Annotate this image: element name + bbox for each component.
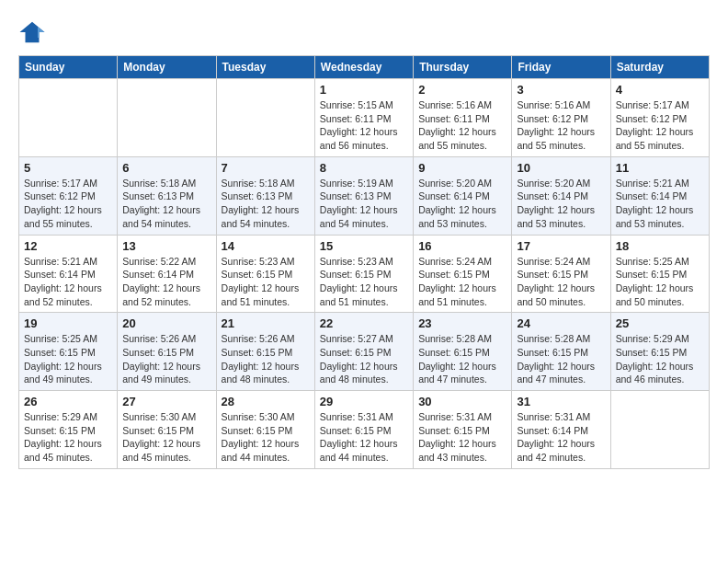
calendar-cell: 2Sunrise: 5:16 AM Sunset: 6:11 PM Daylig… — [414, 79, 512, 157]
calendar-cell — [19, 79, 118, 157]
day-info: Sunrise: 5:18 AM Sunset: 6:13 PM Dayligh… — [222, 177, 310, 231]
day-number: 29 — [320, 395, 408, 408]
weekday-header-sunday: Sunday — [19, 56, 118, 79]
day-info: Sunrise: 5:18 AM Sunset: 6:13 PM Dayligh… — [122, 177, 210, 231]
calendar-week-row: 19Sunrise: 5:25 AM Sunset: 6:15 PM Dayli… — [19, 313, 710, 391]
calendar-cell: 21Sunrise: 5:26 AM Sunset: 6:15 PM Dayli… — [216, 313, 314, 391]
day-number: 9 — [418, 161, 506, 175]
day-number: 1 — [320, 83, 408, 97]
day-info: Sunrise: 5:19 AM Sunset: 6:13 PM Dayligh… — [320, 177, 408, 231]
day-info: Sunrise: 5:29 AM Sunset: 6:15 PM Dayligh… — [24, 410, 112, 465]
day-number: 15 — [320, 239, 408, 253]
svg-marker-1 — [38, 27, 45, 38]
calendar-cell — [610, 391, 709, 469]
day-number: 6 — [122, 161, 210, 175]
day-info: Sunrise: 5:28 AM Sunset: 6:15 PM Dayligh… — [418, 332, 506, 386]
calendar-cell: 18Sunrise: 5:25 AM Sunset: 6:15 PM Dayli… — [610, 235, 709, 313]
day-info: Sunrise: 5:25 AM Sunset: 6:15 PM Dayligh… — [24, 332, 112, 386]
calendar-cell: 25Sunrise: 5:29 AM Sunset: 6:15 PM Dayli… — [610, 313, 709, 391]
day-info: Sunrise: 5:29 AM Sunset: 6:15 PM Dayligh… — [616, 332, 704, 386]
calendar-cell: 24Sunrise: 5:28 AM Sunset: 6:15 PM Dayli… — [512, 313, 610, 391]
day-number: 12 — [24, 239, 112, 253]
day-info: Sunrise: 5:23 AM Sunset: 6:15 PM Dayligh… — [320, 255, 408, 309]
day-number: 8 — [320, 161, 408, 175]
calendar-cell: 27Sunrise: 5:30 AM Sunset: 6:15 PM Dayli… — [118, 391, 216, 469]
calendar-cell — [216, 79, 314, 157]
day-info: Sunrise: 5:26 AM Sunset: 6:15 PM Dayligh… — [122, 332, 210, 386]
calendar-cell: 16Sunrise: 5:24 AM Sunset: 6:15 PM Dayli… — [414, 235, 512, 313]
page-header — [18, 18, 710, 46]
day-info: Sunrise: 5:21 AM Sunset: 6:14 PM Dayligh… — [24, 255, 112, 309]
day-number: 28 — [222, 395, 310, 408]
weekday-header-saturday: Saturday — [610, 56, 709, 79]
day-number: 21 — [222, 316, 310, 330]
day-info: Sunrise: 5:21 AM Sunset: 6:14 PM Dayligh… — [616, 177, 704, 231]
day-info: Sunrise: 5:30 AM Sunset: 6:15 PM Dayligh… — [122, 410, 210, 465]
calendar-cell: 26Sunrise: 5:29 AM Sunset: 6:15 PM Dayli… — [19, 391, 118, 469]
day-number: 13 — [122, 239, 210, 253]
day-number: 23 — [418, 316, 506, 330]
day-info: Sunrise: 5:30 AM Sunset: 6:15 PM Dayligh… — [222, 410, 310, 465]
day-info: Sunrise: 5:24 AM Sunset: 6:15 PM Dayligh… — [517, 255, 605, 309]
day-number: 18 — [616, 239, 704, 253]
day-info: Sunrise: 5:25 AM Sunset: 6:15 PM Dayligh… — [616, 255, 704, 309]
calendar-cell: 19Sunrise: 5:25 AM Sunset: 6:15 PM Dayli… — [19, 313, 118, 391]
day-number: 14 — [222, 239, 310, 253]
day-number: 19 — [24, 316, 112, 330]
weekday-header-tuesday: Tuesday — [216, 56, 314, 79]
day-info: Sunrise: 5:23 AM Sunset: 6:15 PM Dayligh… — [222, 255, 310, 309]
weekday-header-wednesday: Wednesday — [314, 56, 413, 79]
day-number: 27 — [122, 395, 210, 408]
calendar-week-row: 26Sunrise: 5:29 AM Sunset: 6:15 PM Dayli… — [19, 391, 710, 469]
calendar-cell: 14Sunrise: 5:23 AM Sunset: 6:15 PM Dayli… — [216, 235, 314, 313]
calendar-cell: 10Sunrise: 5:20 AM Sunset: 6:14 PM Dayli… — [512, 156, 610, 235]
day-number: 11 — [616, 161, 704, 175]
day-info: Sunrise: 5:20 AM Sunset: 6:14 PM Dayligh… — [517, 177, 605, 231]
day-number: 25 — [616, 316, 704, 330]
day-info: Sunrise: 5:16 AM Sunset: 6:11 PM Dayligh… — [418, 98, 506, 153]
day-info: Sunrise: 5:22 AM Sunset: 6:14 PM Dayligh… — [122, 255, 210, 309]
day-number: 4 — [616, 83, 704, 97]
calendar-week-row: 1Sunrise: 5:15 AM Sunset: 6:11 PM Daylig… — [19, 79, 710, 157]
day-number: 22 — [320, 316, 408, 330]
day-info: Sunrise: 5:24 AM Sunset: 6:15 PM Dayligh… — [418, 255, 506, 309]
day-number: 10 — [517, 161, 605, 175]
day-number: 24 — [517, 316, 605, 330]
weekday-header-friday: Friday — [512, 56, 610, 79]
calendar-cell: 17Sunrise: 5:24 AM Sunset: 6:15 PM Dayli… — [512, 235, 610, 313]
calendar-week-row: 12Sunrise: 5:21 AM Sunset: 6:14 PM Dayli… — [19, 235, 710, 313]
weekday-header-row: SundayMondayTuesdayWednesdayThursdayFrid… — [19, 56, 710, 79]
calendar-cell: 5Sunrise: 5:17 AM Sunset: 6:12 PM Daylig… — [19, 156, 118, 235]
day-number: 26 — [24, 395, 112, 408]
calendar-cell: 29Sunrise: 5:31 AM Sunset: 6:15 PM Dayli… — [314, 391, 413, 469]
calendar-cell: 3Sunrise: 5:16 AM Sunset: 6:12 PM Daylig… — [512, 79, 610, 157]
calendar-cell — [118, 79, 216, 157]
calendar-cell: 4Sunrise: 5:17 AM Sunset: 6:12 PM Daylig… — [610, 79, 709, 157]
day-number: 2 — [418, 83, 506, 97]
calendar-cell: 30Sunrise: 5:31 AM Sunset: 6:15 PM Dayli… — [414, 391, 512, 469]
day-info: Sunrise: 5:20 AM Sunset: 6:14 PM Dayligh… — [418, 177, 506, 231]
day-info: Sunrise: 5:27 AM Sunset: 6:15 PM Dayligh… — [320, 332, 408, 386]
day-number: 30 — [418, 395, 506, 408]
calendar-cell: 15Sunrise: 5:23 AM Sunset: 6:15 PM Dayli… — [314, 235, 413, 313]
day-number: 31 — [517, 395, 605, 408]
calendar-cell: 7Sunrise: 5:18 AM Sunset: 6:13 PM Daylig… — [216, 156, 314, 235]
calendar-week-row: 5Sunrise: 5:17 AM Sunset: 6:12 PM Daylig… — [19, 156, 710, 235]
calendar-cell: 11Sunrise: 5:21 AM Sunset: 6:14 PM Dayli… — [610, 156, 709, 235]
day-info: Sunrise: 5:17 AM Sunset: 6:12 PM Dayligh… — [616, 98, 704, 153]
day-info: Sunrise: 5:15 AM Sunset: 6:11 PM Dayligh… — [320, 98, 408, 153]
calendar-cell: 6Sunrise: 5:18 AM Sunset: 6:13 PM Daylig… — [118, 156, 216, 235]
day-number: 20 — [122, 316, 210, 330]
day-info: Sunrise: 5:26 AM Sunset: 6:15 PM Dayligh… — [222, 332, 310, 386]
day-info: Sunrise: 5:28 AM Sunset: 6:15 PM Dayligh… — [517, 332, 605, 386]
day-number: 7 — [222, 161, 310, 175]
calendar-cell: 8Sunrise: 5:19 AM Sunset: 6:13 PM Daylig… — [314, 156, 413, 235]
calendar-cell: 13Sunrise: 5:22 AM Sunset: 6:14 PM Dayli… — [118, 235, 216, 313]
day-info: Sunrise: 5:31 AM Sunset: 6:15 PM Dayligh… — [418, 410, 506, 465]
calendar: SundayMondayTuesdayWednesdayThursdayFrid… — [18, 55, 710, 469]
weekday-header-monday: Monday — [118, 56, 216, 79]
day-number: 17 — [517, 239, 605, 253]
calendar-cell: 9Sunrise: 5:20 AM Sunset: 6:14 PM Daylig… — [414, 156, 512, 235]
calendar-cell: 22Sunrise: 5:27 AM Sunset: 6:15 PM Dayli… — [314, 313, 413, 391]
logo — [18, 18, 50, 46]
